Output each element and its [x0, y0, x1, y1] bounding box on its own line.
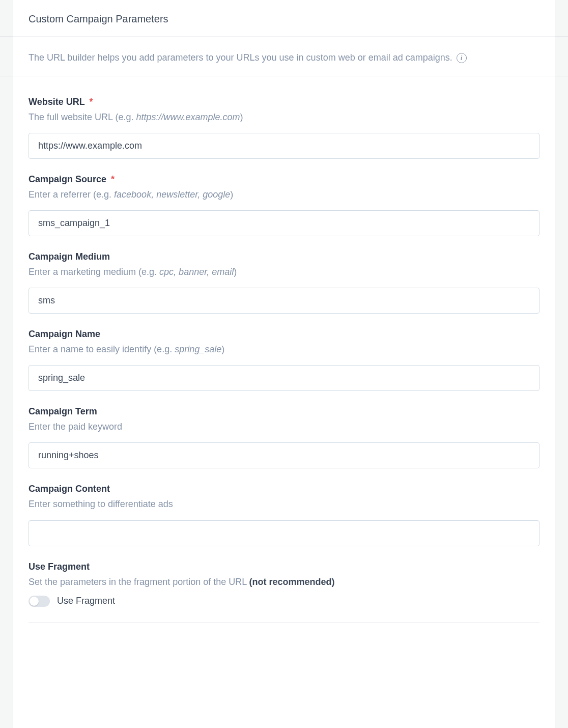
campaign-content-help-text: Enter something to differentiate ads [29, 499, 173, 509]
campaign-name-input[interactable] [29, 365, 539, 391]
campaign-medium-label-text: Campaign Medium [29, 251, 110, 262]
use-fragment-toggle-label: Use Fragment [57, 596, 115, 606]
field-campaign-medium: Campaign Medium Enter a marketing medium… [29, 236, 539, 314]
campaign-term-help-text: Enter the paid keyword [29, 422, 122, 432]
use-fragment-help: Set the parameters in the fragment porti… [29, 575, 539, 589]
campaign-name-help-example: spring_sale [175, 344, 221, 354]
campaign-source-input[interactable] [29, 210, 539, 236]
campaign-medium-help: Enter a marketing medium (e.g. cpc, bann… [29, 265, 539, 278]
card-title: Custom Campaign Parameters [29, 13, 168, 24]
field-use-fragment: Use Fragment Set the parameters in the f… [29, 546, 539, 607]
campaign-source-help-prefix: Enter a referrer (e.g. [29, 189, 114, 200]
campaign-medium-help-prefix: Enter a marketing medium (e.g. [29, 267, 159, 277]
website-url-label-text: Website URL [29, 97, 84, 107]
campaign-source-help: Enter a referrer (e.g. facebook, newslet… [29, 188, 539, 201]
website-url-help-suffix: ) [240, 112, 243, 122]
campaign-medium-help-suffix: ) [234, 267, 237, 277]
campaign-term-label: Campaign Term [29, 406, 539, 417]
section-divider [29, 622, 539, 623]
campaign-name-help-suffix: ) [221, 344, 224, 354]
campaign-content-help: Enter something to differentiate ads [29, 497, 539, 511]
toggle-knob-icon [30, 597, 39, 606]
campaign-content-label: Campaign Content [29, 484, 539, 494]
campaign-source-help-suffix: ) [230, 189, 233, 200]
campaign-content-input[interactable] [29, 520, 539, 546]
field-campaign-content: Campaign Content Enter something to diff… [29, 468, 539, 546]
use-fragment-toggle-row: Use Fragment [29, 596, 539, 607]
intro-section: The URL builder helps you add parameters… [0, 37, 568, 76]
campaign-term-help: Enter the paid keyword [29, 420, 539, 433]
campaign-term-input[interactable] [29, 442, 539, 468]
campaign-source-label-text: Campaign Source [29, 174, 106, 184]
campaign-parameters-card: Custom Campaign Parameters The URL build… [0, 0, 568, 728]
fields-container: Website URL * The full website URL (e.g.… [0, 76, 568, 623]
campaign-content-label-text: Campaign Content [29, 484, 110, 494]
campaign-source-label: Campaign Source * [29, 174, 539, 185]
campaign-name-help-prefix: Enter a name to easily identify (e.g. [29, 344, 175, 354]
info-icon[interactable]: i [457, 53, 467, 63]
campaign-name-help: Enter a name to easily identify (e.g. sp… [29, 343, 539, 356]
use-fragment-label: Use Fragment [29, 562, 539, 572]
field-campaign-term: Campaign Term Enter the paid keyword [29, 391, 539, 468]
website-url-help: The full website URL (e.g. https://www.e… [29, 110, 539, 124]
campaign-name-label-text: Campaign Name [29, 329, 100, 339]
campaign-term-label-text: Campaign Term [29, 406, 97, 416]
campaign-medium-label: Campaign Medium [29, 251, 539, 262]
required-indicator: * [111, 174, 115, 184]
intro-text: The URL builder helps you add parameters… [29, 51, 452, 65]
website-url-help-prefix: The full website URL (e.g. [29, 112, 136, 122]
website-url-input[interactable] [29, 133, 539, 159]
field-campaign-source: Campaign Source * Enter a referrer (e.g.… [29, 159, 539, 236]
field-website-url: Website URL * The full website URL (e.g.… [29, 81, 539, 159]
use-fragment-help-prefix: Set the parameters in the fragment porti… [29, 577, 249, 587]
card-header: Custom Campaign Parameters [0, 0, 568, 37]
field-campaign-name: Campaign Name Enter a name to easily ide… [29, 314, 539, 391]
campaign-name-label: Campaign Name [29, 329, 539, 340]
use-fragment-help-bold: (not recommended) [249, 577, 335, 587]
required-indicator: * [89, 97, 93, 107]
campaign-source-help-example: facebook, newsletter, google [114, 189, 230, 200]
use-fragment-label-text: Use Fragment [29, 562, 90, 572]
website-url-label: Website URL * [29, 97, 539, 107]
website-url-help-example: https://www.example.com [136, 112, 240, 122]
campaign-medium-input[interactable] [29, 288, 539, 314]
campaign-medium-help-example: cpc, banner, email [159, 267, 234, 277]
use-fragment-toggle[interactable] [29, 596, 50, 607]
